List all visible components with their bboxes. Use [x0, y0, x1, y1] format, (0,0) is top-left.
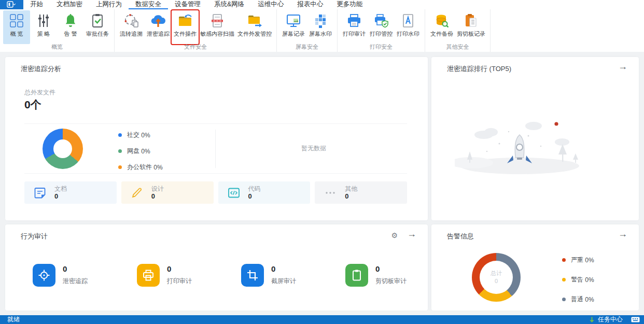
legend-dot-normal: [562, 298, 566, 301]
menu-tab-device-mgmt[interactable]: 设备管理: [168, 0, 207, 9]
menu-bar: 开始 文档加密 上网行为 数据安全 设备管理 系统&网络 运维中心 报表中心 更…: [0, 0, 644, 9]
panel-leak-tracking-ranking: 泄密追踪排行 (TOP5) →: [431, 57, 639, 220]
ribbon-item-overview[interactable]: 概 览: [3, 10, 30, 44]
card-code[interactable]: 代码 0: [218, 181, 311, 204]
outgoing-channel-donut-chart: [43, 129, 83, 169]
legend-dot-office: [118, 165, 122, 169]
ribbon-item-outgoing-control[interactable]: 文件外发管控: [236, 10, 273, 44]
menu-tab-doc-encryption[interactable]: 文档加密: [50, 0, 89, 9]
print-watermark-icon: [400, 13, 416, 29]
alert-donut-center: 总计 0: [472, 253, 521, 302]
legend-dot-social: [118, 133, 122, 137]
divider: [24, 123, 407, 124]
pencil-icon: [131, 187, 143, 199]
policy-sliders-icon: [36, 13, 51, 29]
ribbon-group-label: 概览: [0, 43, 114, 51]
audit-item-screenshot-audit[interactable]: 0 截屏审计: [241, 264, 345, 287]
arrow-right-icon[interactable]: →: [407, 229, 416, 239]
target-icon: [33, 264, 55, 287]
ribbon-group-overview: 概 览 策 略 告 警: [0, 9, 115, 52]
alert-legend: 严重 0% 警告 0% 普通 0%: [562, 256, 594, 315]
download-arrow-icon: [589, 317, 595, 323]
approval-clipboard-icon: [90, 13, 105, 29]
panel-title: 泄密追踪分析: [21, 64, 61, 74]
divider: [215, 130, 216, 168]
menu-tab-system-network[interactable]: 系统&网络: [207, 0, 251, 9]
no-data-text: 暂无数据: [228, 144, 399, 153]
audit-item-leak-tracking[interactable]: 0 泄密追踪: [33, 264, 137, 287]
crop-icon: [241, 264, 264, 287]
ribbon-item-print-audit[interactable]: 打印审计: [341, 10, 368, 44]
clipboard-record-icon: [464, 13, 479, 29]
total-outgoing-files-value: 0个: [24, 97, 41, 112]
ribbon-item-print-control[interactable]: 打印管控: [368, 10, 395, 44]
menu-tab-data-security[interactable]: 数据安全: [129, 0, 168, 9]
leak-cloud-icon: [150, 13, 166, 29]
ellipsis-icon: [324, 187, 337, 199]
ribbon-item-screen-record[interactable]: 屏幕记录: [280, 10, 307, 44]
arrow-right-icon[interactable]: →: [618, 229, 627, 239]
panel-behavior-audit: 行为审计 ⚙ → 0 泄密追踪: [5, 224, 428, 311]
arrow-right-icon[interactable]: →: [618, 61, 627, 72]
ribbon-group-label: 其他安全: [425, 43, 490, 51]
panel-title: 告警信息: [447, 232, 474, 241]
ribbon-group-label: 打印安全: [338, 43, 425, 51]
status-bar: 就绪 任务中心: [0, 315, 644, 324]
card-documents[interactable]: 文档 0: [24, 181, 117, 204]
ribbon-group-screen-security: 屏幕记录 屏幕水印 屏幕安全: [277, 9, 338, 52]
ribbon-item-alert[interactable]: 告 警: [57, 10, 84, 44]
menu-tab-more[interactable]: 更多功能: [330, 0, 369, 9]
legend-dot-netdisk: [118, 149, 122, 153]
print-audit-icon: [346, 13, 362, 29]
ribbon-item-file-backup[interactable]: 文件备份: [428, 10, 455, 44]
input-method-icon[interactable]: [631, 317, 640, 322]
task-center-button[interactable]: 任务中心: [598, 315, 623, 324]
card-design[interactable]: 设计 0: [121, 181, 214, 204]
ribbon-item-flow-trace[interactable]: 流转追溯: [118, 10, 145, 44]
ribbon-item-screen-watermark[interactable]: 屏幕水印: [307, 10, 334, 44]
card-other[interactable]: 其他 0: [315, 181, 407, 204]
panel-leak-tracking-analysis: 泄密追踪分析 总外发文件 0个 社交 0% 网盘 0% 办公软件 0% 暂无数据: [5, 57, 428, 220]
channel-legend: 社交 0% 网盘 0% 办公软件 0%: [118, 131, 163, 179]
ribbon-group-label: 文件安全: [115, 43, 276, 51]
ribbon-item-policy[interactable]: 策 略: [30, 10, 57, 44]
menu-tab-web-behavior[interactable]: 上网行为: [89, 0, 129, 9]
ribbon-group-file-security: 流转追溯 泄密追踪 文件操作: [115, 9, 277, 52]
file-operations-folder-icon: [177, 13, 193, 29]
ribbon-item-sensitive-scan[interactable]: 敏感内容扫描: [199, 10, 236, 44]
total-outgoing-files-label: 总外发文件: [24, 88, 55, 97]
sensitive-content-scan-icon: [209, 13, 225, 29]
gear-icon[interactable]: ⚙: [391, 230, 398, 241]
ribbon-item-file-operations[interactable]: 文件操作: [172, 10, 199, 44]
legend-item: 网盘 0%: [118, 147, 163, 156]
file-type-cards: 文档 0 设计 0 代码 0: [24, 181, 407, 204]
document-icon: [34, 187, 46, 199]
overview-grid-icon: [9, 13, 24, 29]
divider: [24, 173, 407, 174]
legend-item: 警告 0%: [562, 275, 594, 284]
empty-state-rocket-illustration: [455, 115, 584, 175]
panel-title: 泄密追踪排行 (TOP5): [447, 64, 511, 74]
ribbon-item-approval-tasks[interactable]: 审批任务: [84, 10, 111, 44]
print-control-icon: [373, 13, 389, 29]
legend-item: 社交 0%: [118, 131, 163, 139]
audit-items: 0 泄密追踪 0 打印审计: [33, 264, 450, 287]
main-content: 泄密追踪分析 总外发文件 0个 社交 0% 网盘 0% 办公软件 0% 暂无数据: [0, 52, 644, 315]
code-icon: [228, 187, 240, 199]
menu-tab-ops-center[interactable]: 运维中心: [251, 0, 290, 9]
ribbon-item-leak-tracking[interactable]: 泄密追踪: [145, 10, 172, 44]
ribbon-group-print-security: 打印审计 打印管控 打印水印 打印安全: [338, 9, 425, 52]
panel-alert-info: 告警信息 → 总计 0 严重 0% 警告 0% 普通 0%: [431, 224, 639, 311]
legend-dot-critical: [562, 258, 566, 262]
audit-item-print-audit[interactable]: 0 打印审计: [137, 264, 241, 287]
app-logo-button[interactable]: [0, 0, 23, 9]
menu-tab-start[interactable]: 开始: [23, 0, 50, 9]
printer-icon: [137, 264, 160, 287]
app-logo-icon: [5, 1, 19, 8]
menu-tab-report-center[interactable]: 报表中心: [290, 0, 330, 9]
status-text: 就绪: [7, 315, 20, 324]
ribbon-item-print-watermark[interactable]: 打印水印: [395, 10, 422, 44]
ribbon-toolbar: 概 览 策 略 告 警: [0, 9, 644, 52]
clipboard-icon: [345, 264, 368, 287]
ribbon-item-clipboard-record[interactable]: 剪切板记录: [455, 10, 487, 44]
